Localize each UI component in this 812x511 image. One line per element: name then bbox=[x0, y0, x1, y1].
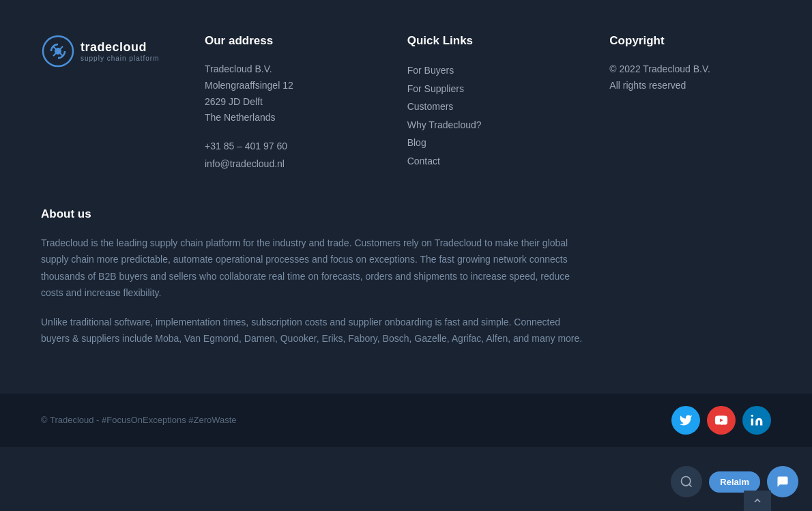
youtube-icon bbox=[714, 413, 728, 427]
copyright-line2: All rights reserved bbox=[609, 80, 686, 91]
footer-logo: tradecloud supply chain platform bbox=[41, 34, 177, 68]
address-line4: The Netherlands bbox=[205, 112, 276, 123]
about-para1: Tradecloud is the leading supply chain p… bbox=[41, 235, 587, 302]
search-icon bbox=[680, 475, 693, 488]
footer-main: tradecloud supply chain platform Our add… bbox=[0, 0, 812, 201]
bottom-widgets: Relaim bbox=[671, 466, 798, 497]
twitter-icon bbox=[679, 413, 693, 427]
address-title: Our address bbox=[205, 34, 366, 48]
about-title: About us bbox=[41, 207, 771, 221]
footer-address-col: Our address Tradecloud B.V. Molengraaffs… bbox=[205, 34, 366, 173]
address-phone: +31 85 – 401 97 60 bbox=[205, 141, 287, 151]
linkedin-button[interactable] bbox=[742, 406, 771, 435]
address-line3: 2629 JD Delft bbox=[205, 96, 263, 107]
link-blog[interactable]: Blog bbox=[407, 134, 569, 152]
address-line1: Tradecloud B.V. bbox=[205, 63, 272, 74]
chat-widget-button[interactable] bbox=[767, 466, 798, 497]
chat-widget-label[interactable]: Relaim bbox=[709, 471, 760, 493]
copyright-line1: © 2022 Tradecloud B.V. bbox=[609, 63, 710, 74]
logo-text-block: tradecloud supply chain platform bbox=[81, 40, 160, 62]
link-customers[interactable]: Customers bbox=[407, 98, 569, 116]
link-for-suppliers[interactable]: For Suppliers bbox=[407, 80, 569, 98]
link-contact[interactable]: Contact bbox=[407, 152, 569, 171]
footer-logo-col: tradecloud supply chain platform bbox=[41, 34, 177, 173]
link-why-tradecloud[interactable]: Why Tradecloud? bbox=[407, 116, 569, 134]
linkedin-icon bbox=[750, 413, 764, 427]
copyright-title: Copyright bbox=[609, 34, 771, 48]
footer-bottom: © Tradecloud - #FocusOnExceptions #ZeroW… bbox=[0, 394, 812, 447]
link-for-buyers[interactable]: For Buyers bbox=[407, 61, 569, 80]
svg-point-3 bbox=[682, 477, 691, 486]
chat-icon bbox=[776, 475, 789, 488]
footer-bottom-copyright: © Tradecloud - #FocusOnExceptions #ZeroW… bbox=[41, 415, 237, 425]
social-icons-group bbox=[671, 406, 771, 435]
youtube-button[interactable] bbox=[707, 406, 736, 435]
twitter-button[interactable] bbox=[671, 406, 700, 435]
about-para2: Unlike traditional software, implementat… bbox=[41, 314, 587, 347]
footer-copyright-col: Copyright © 2022 Tradecloud B.V. All rig… bbox=[609, 34, 771, 173]
footer-quicklinks-col: Quick Links For Buyers For Suppliers Cus… bbox=[407, 34, 569, 173]
search-widget-button[interactable] bbox=[671, 466, 702, 497]
logo-sub-text: supply chain platform bbox=[81, 55, 160, 62]
footer-about-section: About us Tradecloud is the leading suppl… bbox=[0, 201, 812, 394]
chevron-up-icon bbox=[752, 495, 763, 506]
address-line2: Molengraaffsingel 12 bbox=[205, 80, 293, 91]
tradecloud-logo-icon bbox=[41, 34, 75, 68]
logo-main-text: tradecloud bbox=[81, 40, 160, 55]
quicklinks-title: Quick Links bbox=[407, 34, 569, 48]
scroll-top-button[interactable] bbox=[744, 491, 771, 511]
svg-point-2 bbox=[751, 414, 753, 416]
footer-columns: Our address Tradecloud B.V. Molengraaffs… bbox=[205, 34, 771, 173]
address-email[interactable]: info@tradecloud.nl bbox=[205, 155, 366, 173]
